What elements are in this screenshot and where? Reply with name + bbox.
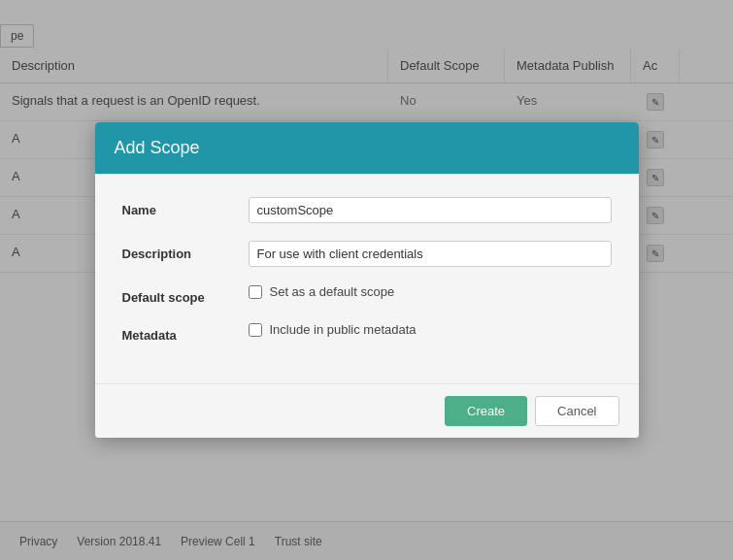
metadata-checkbox-row: Include in public metadata <box>249 322 612 337</box>
metadata-checkbox-label[interactable]: Include in public metadata <box>270 322 416 337</box>
default-scope-control: Set as a default scope <box>249 284 612 299</box>
metadata-control: Include in public metadata <box>249 322 612 337</box>
description-input[interactable] <box>249 241 612 267</box>
modal-footer: Create Cancel <box>95 383 639 438</box>
default-scope-label: Default scope <box>122 284 249 305</box>
metadata-checkbox[interactable] <box>249 323 262 337</box>
metadata-label: Metadata <box>122 322 249 343</box>
cancel-button[interactable]: Cancel <box>535 396 618 426</box>
add-scope-modal: Add Scope Name Description Default scope <box>95 122 639 438</box>
create-button[interactable]: Create <box>445 396 527 426</box>
modal-overlay: Add Scope Name Description Default scope <box>0 0 733 560</box>
modal-title: Add Scope <box>115 138 200 157</box>
name-input[interactable] <box>249 197 612 223</box>
name-label: Name <box>122 197 249 217</box>
description-row: Description <box>122 241 612 267</box>
modal-header: Add Scope <box>95 122 639 174</box>
name-row: Name <box>122 197 612 223</box>
metadata-row: Metadata Include in public metadata <box>122 322 612 343</box>
default-scope-checkbox-label[interactable]: Set as a default scope <box>270 284 395 299</box>
description-label: Description <box>122 241 249 261</box>
description-control <box>249 241 612 267</box>
modal-body: Name Description Default scope Set as <box>95 174 639 383</box>
default-scope-row: Default scope Set as a default scope <box>122 284 612 305</box>
name-control <box>249 197 612 223</box>
default-scope-checkbox[interactable] <box>249 285 262 299</box>
default-scope-checkbox-row: Set as a default scope <box>249 284 612 299</box>
